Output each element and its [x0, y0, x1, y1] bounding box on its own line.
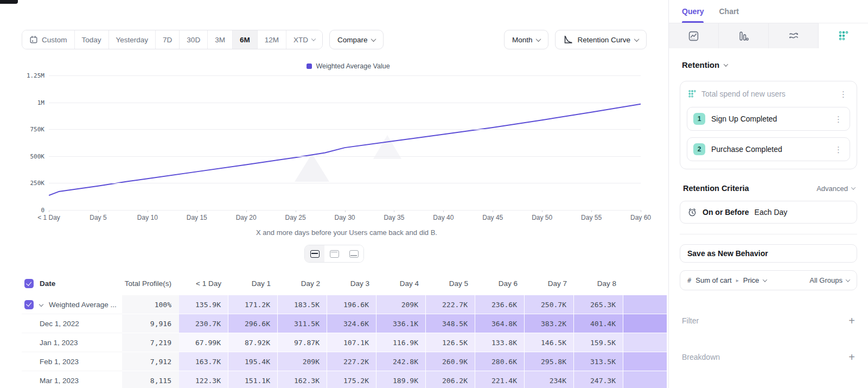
retention-value-cell: 250.7K: [525, 295, 574, 314]
measurement-label: Retention: [682, 60, 719, 69]
date-range-group: CustomTodayYesterday7D30D3M6M12MXTD: [22, 30, 323, 49]
toolbar: CustomTodayYesterday7D30D3M6M12MXTD Comp…: [22, 30, 647, 49]
step-number-badge: 2: [693, 143, 705, 155]
day-header-cell: Day 7: [525, 272, 574, 295]
step-event-label: Purchase Completed: [711, 145, 827, 154]
column-header: Day 1: [252, 279, 271, 288]
range-label: XTD: [293, 36, 308, 44]
table-row: Feb 1, 20237,912163.7K195.4K209K227.2K24…: [22, 352, 662, 371]
range-button-custom[interactable]: Custom: [22, 30, 75, 49]
compare-button[interactable]: Compare: [329, 30, 384, 49]
kebab-menu-icon[interactable]: ⋮: [833, 115, 844, 123]
range-button-3m[interactable]: 3M: [208, 30, 233, 49]
total-profiles-cell: 100%: [122, 295, 179, 314]
range-button-30d[interactable]: 30D: [180, 30, 208, 49]
retention-value-cell: 175.2K: [327, 371, 376, 388]
chevron-down-icon: [724, 62, 728, 66]
range-label: Yesterday: [116, 36, 149, 44]
retention-chart-type-button[interactable]: [819, 23, 868, 48]
row-checkbox[interactable]: [24, 300, 34, 309]
gridline: [49, 75, 641, 76]
column-header: Date: [40, 279, 55, 288]
range-button-today[interactable]: Today: [75, 30, 109, 49]
total-profiles-header-cell: Total Profile(s): [122, 272, 179, 295]
retention-value-cell: 236.6K: [475, 295, 525, 314]
retention-value-cell: 206.2K: [426, 371, 475, 388]
add-breakdown-button[interactable]: +: [848, 352, 855, 362]
x-axis-tick-label: Day 10: [137, 214, 158, 221]
measurement-selector[interactable]: Retention: [682, 60, 855, 69]
overflow-cell: [623, 371, 667, 388]
range-button-xtd[interactable]: XTD: [286, 30, 322, 49]
x-axis-caption: X and more days before your Users came b…: [21, 228, 644, 237]
step-row-1[interactable]: 1 Sign Up Completed ⋮: [687, 107, 850, 131]
retention-timing-row[interactable]: On or Before Each Day: [680, 201, 857, 224]
chart-type-dropdown[interactable]: Retention Curve: [555, 30, 647, 49]
flow-chart-type-button[interactable]: [769, 23, 819, 48]
date-header-cell: Date: [22, 272, 122, 295]
filter-label: Filter: [682, 316, 848, 325]
retention-value-cell: 401.4K: [574, 314, 623, 333]
retention-value-cell: 364.8K: [475, 314, 525, 333]
bottom-pane-icon: [349, 250, 359, 258]
date-cell: Mar 1, 2023: [22, 371, 122, 388]
interval-dropdown[interactable]: Month: [504, 30, 549, 49]
retention-value-cell: 280.6K: [475, 352, 525, 371]
chart-type-bar: [669, 23, 868, 48]
x-axis-tick-label: Day 50: [532, 214, 552, 221]
y-axis-tick-label: 750K: [21, 126, 44, 133]
range-button-7d[interactable]: 7D: [156, 30, 180, 49]
day-header-cell: Day 3: [327, 272, 376, 295]
column-header: Day 2: [301, 279, 320, 288]
retention-value-cell: 260.9K: [426, 352, 475, 371]
tab-chart-label: Chart: [719, 7, 739, 16]
advanced-dropdown[interactable]: Advanced: [816, 185, 855, 193]
retention-value-cell: 87.92K: [228, 333, 278, 352]
retention-value-cell: 162.3K: [278, 371, 327, 388]
x-axis-tick-label: Day 5: [90, 214, 106, 221]
gridline: [49, 210, 641, 211]
save-as-new-behavior-button[interactable]: Save as New Behavior: [680, 244, 857, 263]
behavior-card-header: Total spend of new users ⋮: [687, 88, 850, 100]
range-button-12m[interactable]: 12M: [258, 30, 286, 49]
number-property-icon: #: [687, 277, 691, 284]
range-label: 6M: [240, 36, 250, 44]
chart-view-toggle[interactable]: [324, 245, 344, 262]
retention-value-cell: 221.4K: [475, 371, 525, 388]
alarm-clock-icon: [687, 207, 697, 217]
timing-mode-label: On or Before: [703, 208, 749, 217]
column-header: Day 5: [449, 279, 468, 288]
metric-property-row[interactable]: # Sum of cart ▸ Price All Groups: [680, 270, 857, 290]
x-axis-tick: [641, 210, 641, 212]
range-label: 12M: [265, 36, 279, 44]
x-axis-tick-label: < 1 Day: [37, 214, 60, 221]
column-header: Day 7: [548, 279, 567, 288]
step-event-label: Sign Up Completed: [711, 115, 827, 123]
y-axis-tick-label: 250K: [21, 180, 44, 187]
range-button-6m[interactable]: 6M: [233, 30, 258, 49]
split-view-toggle[interactable]: [305, 245, 324, 262]
retention-value-cell: 122.3K: [179, 371, 228, 388]
retention-value-cell: 311.5K: [278, 314, 327, 333]
add-filter-button[interactable]: +: [848, 315, 855, 326]
retention-value-cell: 222.7K: [426, 295, 475, 314]
groups-dropdown[interactable]: All Groups: [809, 276, 850, 284]
advanced-label: Advanced: [816, 185, 848, 193]
tab-chart[interactable]: Chart: [719, 0, 739, 23]
range-button-yesterday[interactable]: Yesterday: [109, 30, 156, 49]
day-header-cell: Day 6: [475, 272, 525, 295]
split-view-icon: [310, 250, 320, 258]
retention-value-cell: 133.8K: [475, 333, 525, 352]
select-all-checkbox[interactable]: [24, 279, 34, 288]
x-axis-tick-label: Day 40: [433, 214, 454, 221]
table-view-toggle[interactable]: [344, 245, 363, 262]
overflow-column: [623, 272, 667, 295]
kebab-menu-icon[interactable]: ⋮: [838, 90, 849, 98]
expand-row-icon[interactable]: [39, 302, 43, 307]
date-cell: Feb 1, 2023: [22, 352, 122, 371]
insights-chart-type-button[interactable]: [669, 23, 719, 48]
kebab-menu-icon[interactable]: ⋮: [833, 145, 844, 154]
step-row-2[interactable]: 2 Purchase Completed ⋮: [687, 137, 850, 161]
funnel-chart-type-button[interactable]: [719, 23, 769, 48]
tab-query[interactable]: Query: [682, 0, 704, 23]
